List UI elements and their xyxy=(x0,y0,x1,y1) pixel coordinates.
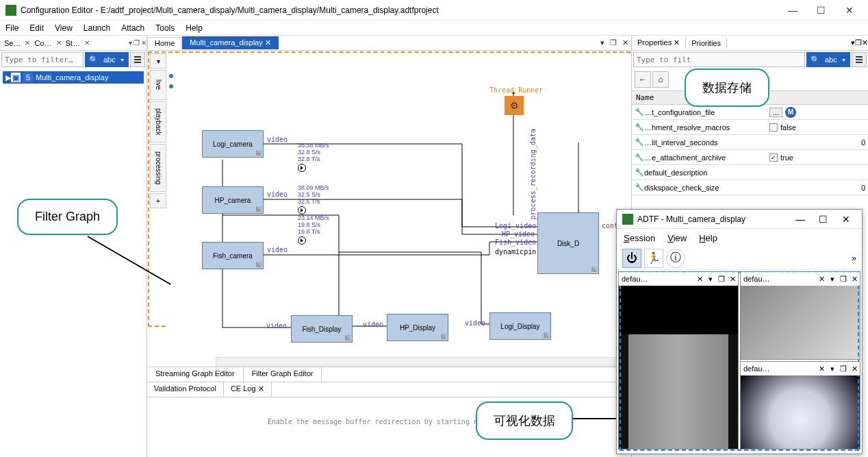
abc-search-button[interactable]: 🔍 abc ▾ xyxy=(806,52,850,67)
close-icon[interactable]: ✕ xyxy=(56,39,62,47)
close-icon[interactable]: ✕ xyxy=(265,38,271,47)
tab-streaming-graph[interactable]: Streaming Graph Editor xyxy=(147,367,244,382)
close-icon[interactable]: ✕ xyxy=(862,38,868,47)
close-icon[interactable]: ✕ xyxy=(727,275,738,284)
power-button[interactable]: ⏻ xyxy=(622,249,641,268)
dropdown-icon[interactable]: ▾ xyxy=(705,275,716,284)
property-row[interactable]: 🔧…t_configuration_file... M xyxy=(632,105,868,120)
minimize-button[interactable]: — xyxy=(780,5,806,16)
menu-tools[interactable]: Tools xyxy=(155,23,175,33)
display-view-2[interactable]: defau…✕▾❐✕ xyxy=(740,271,860,360)
tab-ce-log[interactable]: CE Log ✕ xyxy=(224,382,272,397)
restore-icon[interactable]: ❐ xyxy=(838,365,849,373)
properties-list: 🔧…t_configuration_file... M🔧…hment_resol… xyxy=(632,105,868,195)
menu-launch[interactable]: Launch xyxy=(84,23,110,33)
tab-home[interactable]: Home xyxy=(147,37,182,49)
tab-filter-graph[interactable]: Filter Graph Editor xyxy=(244,367,322,382)
property-row[interactable]: 🔧default_description xyxy=(632,165,868,180)
left-tab-st[interactable]: St… xyxy=(63,38,83,49)
display-view-3[interactable]: defau…✕▾❐✕ xyxy=(740,361,860,449)
adtf-display-window[interactable]: ADTF - Multi_camera_display — ☐ ✕ Sessio… xyxy=(616,209,863,454)
restore-icon[interactable]: ❐ xyxy=(855,38,862,47)
property-row[interactable]: 🔧…e_attachment_archive✓ true xyxy=(632,150,868,165)
property-row[interactable]: 🔧…lit_interval_seconds0 xyxy=(632,135,868,150)
close-icon[interactable]: ✕ xyxy=(816,275,827,284)
tab-label: Multi_camera_display xyxy=(190,38,262,47)
menu-attach[interactable]: Attach xyxy=(121,23,144,33)
menu-edit[interactable]: Edit xyxy=(29,23,44,33)
minimize-button[interactable]: — xyxy=(790,214,810,225)
tab-validation-protocol[interactable]: Validation Protocol xyxy=(147,382,224,397)
toolbar-dropdown[interactable]: ▾ xyxy=(150,53,166,69)
wrench-icon: 🔧 xyxy=(635,138,644,147)
node-logi-camera[interactable]: Logi_camera xyxy=(202,130,264,158)
tool-live[interactable]: live xyxy=(150,70,166,100)
left-tabs: Se…✕ Co…✕ St…✕ ▾ ❐ ✕ xyxy=(0,36,146,51)
close-icon[interactable]: ✕ xyxy=(849,365,860,373)
close-button[interactable]: ✕ xyxy=(837,5,863,16)
tool-processing[interactable]: processing xyxy=(150,144,166,192)
menu-session[interactable]: Session xyxy=(624,233,655,243)
nav-home-button[interactable]: ⌂ xyxy=(652,71,669,88)
close-icon[interactable]: ✕ xyxy=(674,38,680,47)
checkbox[interactable] xyxy=(769,123,778,132)
horizontal-scrollbar[interactable] xyxy=(216,357,624,367)
tool-playback[interactable]: playback xyxy=(150,101,166,143)
tree-item-project[interactable]: ▶ ▣ 5 Multi_camera_display xyxy=(3,71,144,84)
close-icon[interactable]: ✕ xyxy=(84,39,90,47)
tab-properties[interactable]: Properties ✕ xyxy=(632,37,686,49)
maximize-button[interactable]: ☐ xyxy=(808,5,834,16)
close-icon[interactable]: ✕ xyxy=(620,38,631,47)
menu-file[interactable]: File xyxy=(5,23,18,33)
restore-icon[interactable]: ❐ xyxy=(133,39,140,47)
dropdown-icon[interactable]: ▾ xyxy=(598,38,607,47)
props-filter-input[interactable] xyxy=(633,52,805,67)
thread-runner-icon[interactable] xyxy=(505,96,524,115)
property-row[interactable]: 🔧…hment_resolve_macros false xyxy=(632,120,868,135)
restore-icon[interactable]: ❐ xyxy=(716,275,727,284)
maximize-button[interactable]: ☐ xyxy=(813,214,834,225)
tab-priorities[interactable]: Priorities xyxy=(686,38,727,49)
close-icon[interactable]: ✕ xyxy=(849,275,860,284)
tab-active-document[interactable]: Multi_camera_display ✕ xyxy=(182,36,278,49)
close-icon[interactable]: ✕ xyxy=(25,39,30,47)
dropdown-icon[interactable]: ▾ xyxy=(827,365,838,373)
port-video: video xyxy=(465,319,485,327)
abc-search-button[interactable]: 🔍 abc ▾ xyxy=(85,52,129,67)
left-filter-input[interactable] xyxy=(1,52,84,67)
close-icon[interactable]: ✕ xyxy=(816,365,827,373)
dropdown-icon[interactable]: ▾ xyxy=(827,275,838,284)
dropdown-icon[interactable]: ▾ xyxy=(129,39,132,47)
tool-plus[interactable]: + xyxy=(150,193,166,208)
graph-canvas[interactable]: Logi_camera video HP_camera video Fish_c… xyxy=(168,53,631,354)
close-icon[interactable]: ✕ xyxy=(258,384,264,393)
info-button[interactable]: ⓘ xyxy=(666,249,685,268)
close-icon[interactable]: ✕ xyxy=(141,39,146,47)
nav-back-button[interactable]: ← xyxy=(635,71,651,88)
node-logi-display[interactable]: Logi_Display xyxy=(489,312,551,340)
restore-icon[interactable]: ❐ xyxy=(838,275,849,284)
menu-help[interactable]: Help xyxy=(699,233,717,243)
close-icon[interactable]: ✕ xyxy=(694,275,705,284)
menu-view[interactable]: View xyxy=(667,233,687,243)
property-row[interactable]: 🔧diskspace_check_size0 xyxy=(632,180,868,195)
node-hp-display[interactable]: HP_Display xyxy=(387,314,448,341)
close-button[interactable]: ✕ xyxy=(836,214,856,225)
menu-help[interactable]: Help xyxy=(186,23,203,33)
left-tab-se[interactable]: Se… xyxy=(1,38,23,49)
browse-button[interactable]: ... xyxy=(769,108,782,117)
adtf-titlebar: ADTF - Multi_camera_display — ☐ ✕ xyxy=(617,210,862,229)
checkbox[interactable]: ✓ xyxy=(769,153,778,162)
node-disk[interactable]: Disk_D xyxy=(537,212,599,274)
display-view-1[interactable]: defau…✕▾❐✕ xyxy=(618,271,739,449)
restore-icon[interactable]: ❐ xyxy=(607,38,620,47)
run-button[interactable]: 🏃 xyxy=(644,249,663,268)
left-tab-co[interactable]: Co… xyxy=(31,38,54,49)
menu-view[interactable]: View xyxy=(55,23,73,33)
list-toggle-button[interactable] xyxy=(852,52,867,67)
node-hp-camera[interactable]: HP_camera xyxy=(202,186,264,214)
node-fish-camera[interactable]: Fish_camera xyxy=(202,242,264,269)
more-icon[interactable]: » xyxy=(852,254,856,263)
node-fish-display[interactable]: Fish_Display xyxy=(291,315,353,343)
list-toggle-button[interactable] xyxy=(130,52,145,67)
